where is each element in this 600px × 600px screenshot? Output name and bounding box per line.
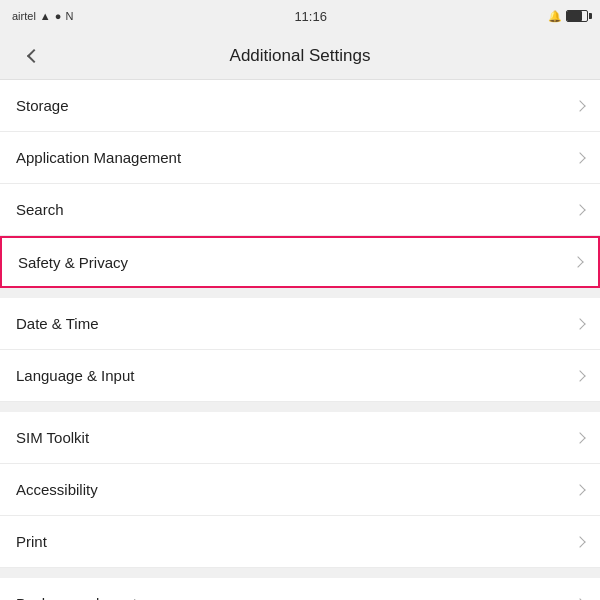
alarm-icon: 🔔 xyxy=(548,10,562,23)
settings-item-language-input[interactable]: Language & Input xyxy=(0,350,600,402)
settings-item-backup-reset[interactable]: Back up and reset xyxy=(0,578,600,600)
settings-item-safety-privacy[interactable]: Safety & Privacy xyxy=(0,236,600,288)
chevron-right-icon xyxy=(574,432,585,443)
status-time: 11:16 xyxy=(294,9,327,24)
battery-icon xyxy=(566,10,588,22)
chevron-right-icon xyxy=(572,256,583,267)
chevron-right-icon xyxy=(574,100,585,111)
language-input-label: Language & Input xyxy=(16,367,134,384)
section-divider-3 xyxy=(0,568,600,578)
backup-reset-label: Back up and reset xyxy=(16,595,137,600)
safety-privacy-label: Safety & Privacy xyxy=(18,254,128,271)
print-label: Print xyxy=(16,533,47,550)
settings-item-date-time[interactable]: Date & Time xyxy=(0,298,600,350)
status-bar: airtel ▲ ● N 11:16 🔔 xyxy=(0,0,600,32)
carrier-text: airtel xyxy=(12,10,36,22)
back-chevron-icon xyxy=(27,48,41,62)
nfc-icon: N xyxy=(65,10,73,22)
sim-toolkit-label: SIM Toolkit xyxy=(16,429,89,446)
settings-item-app-management[interactable]: Application Management xyxy=(0,132,600,184)
settings-item-search[interactable]: Search xyxy=(0,184,600,236)
section-divider-1 xyxy=(0,288,600,298)
signal-icon: ▲ xyxy=(40,10,51,22)
search-label: Search xyxy=(16,201,64,218)
chevron-right-icon xyxy=(574,536,585,547)
chevron-right-icon xyxy=(574,152,585,163)
settings-item-print[interactable]: Print xyxy=(0,516,600,568)
page-title: Additional Settings xyxy=(48,46,552,66)
settings-item-accessibility[interactable]: Accessibility xyxy=(0,464,600,516)
wifi-icon: ● xyxy=(55,10,62,22)
chevron-right-icon xyxy=(574,484,585,495)
accessibility-label: Accessibility xyxy=(16,481,98,498)
back-button[interactable] xyxy=(16,40,48,72)
header: Additional Settings xyxy=(0,32,600,80)
chevron-right-icon xyxy=(574,318,585,329)
status-left: airtel ▲ ● N xyxy=(12,10,73,22)
app-management-label: Application Management xyxy=(16,149,181,166)
settings-item-storage[interactable]: Storage xyxy=(0,80,600,132)
chevron-right-icon xyxy=(574,370,585,381)
settings-item-sim-toolkit[interactable]: SIM Toolkit xyxy=(0,412,600,464)
storage-label: Storage xyxy=(16,97,69,114)
chevron-right-icon xyxy=(574,204,585,215)
settings-list: Storage Application Management Search Sa… xyxy=(0,80,600,600)
section-divider-2 xyxy=(0,402,600,412)
date-time-label: Date & Time xyxy=(16,315,99,332)
status-right: 🔔 xyxy=(548,10,588,23)
